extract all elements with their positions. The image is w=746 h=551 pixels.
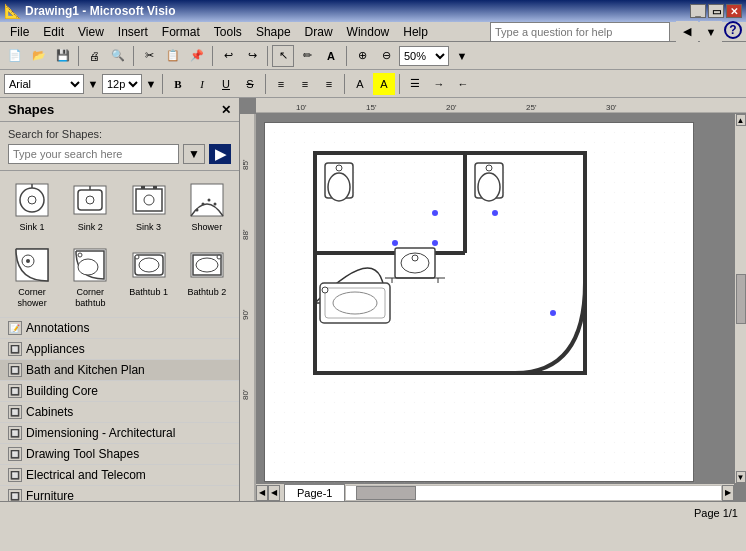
page-info: Page 1/1 bbox=[694, 507, 738, 519]
tb-pencil[interactable]: ✏ bbox=[296, 45, 318, 67]
shape-corner-shower[interactable]: Corner shower bbox=[4, 240, 60, 314]
zoom-select[interactable]: 50% 75% 100% bbox=[399, 46, 449, 66]
tb-save[interactable]: 💾 bbox=[52, 45, 74, 67]
dim-label: Dimensioning - Architectural bbox=[26, 426, 175, 440]
page-tab-1[interactable]: Page-1 bbox=[284, 484, 345, 501]
toolbar-format: Arial ▼ 12pt. 10pt. 14pt. ▼ B I U S ≡ ≡ … bbox=[0, 70, 746, 98]
tb-indent-more[interactable]: → bbox=[428, 73, 450, 95]
search-dropdown-btn[interactable]: ▼ bbox=[183, 144, 205, 164]
menu-window[interactable]: Window bbox=[341, 23, 396, 41]
building-label: Building Core bbox=[26, 384, 98, 398]
tb-bullets[interactable]: ☰ bbox=[404, 73, 426, 95]
tb-cut[interactable]: ✂ bbox=[138, 45, 160, 67]
tb-paste[interactable]: 📌 bbox=[186, 45, 208, 67]
svg-point-22 bbox=[78, 259, 98, 275]
svg-point-70 bbox=[432, 240, 438, 246]
menu-view[interactable]: View bbox=[72, 23, 110, 41]
tb-bold[interactable]: B bbox=[167, 73, 189, 95]
shape-corner-bathtub[interactable]: Corner bathtub bbox=[62, 240, 118, 314]
menu-file[interactable]: File bbox=[4, 23, 35, 41]
svg-text:15': 15' bbox=[366, 103, 377, 112]
scroll-horizontal[interactable]: ◀ ◀ Page-1 ▶ bbox=[256, 483, 734, 501]
shape-search-input[interactable] bbox=[8, 144, 179, 164]
ruler-v-svg: 85' 88' 90' 80' bbox=[240, 114, 256, 501]
sidebar-item-building-core[interactable]: 🔲 Building Core bbox=[0, 381, 239, 402]
canvas-area[interactable]: 10' 15' 20' 25' 30' 85' 88' 90' 80' bbox=[240, 98, 746, 501]
help-back-button[interactable]: ◀ bbox=[676, 21, 698, 43]
tb-copy[interactable]: 📋 bbox=[162, 45, 184, 67]
tb-strikethrough[interactable]: S bbox=[239, 73, 261, 95]
shapes-panel-header: Shapes ✕ bbox=[0, 98, 239, 122]
sidebar-item-electrical[interactable]: 🔲 Electrical and Telecom bbox=[0, 465, 239, 486]
scroll-thumb-h[interactable] bbox=[356, 486, 416, 500]
shape-sink2[interactable]: Sink 2 bbox=[62, 175, 118, 238]
title-bar: 📐 Drawing1 - Microsoft Visio _ ▭ ✕ bbox=[0, 0, 746, 22]
sidebar-item-bath-kitchen[interactable]: 🔲 Bath and Kitchen Plan bbox=[0, 360, 239, 381]
tb-italic[interactable]: I bbox=[191, 73, 213, 95]
font-dropdown[interactable]: ▼ bbox=[86, 73, 100, 95]
menu-shape[interactable]: Shape bbox=[250, 23, 297, 41]
tb-zoom-out[interactable]: ⊖ bbox=[375, 45, 397, 67]
tb-undo[interactable]: ↩ bbox=[217, 45, 239, 67]
minimize-button[interactable]: _ bbox=[690, 4, 706, 18]
sidebar-item-appliances[interactable]: 🔲 Appliances bbox=[0, 339, 239, 360]
tb-print[interactable]: 🖨 bbox=[83, 45, 105, 67]
title-bar-buttons: _ ▭ ✕ bbox=[690, 4, 742, 18]
scroll-down-btn[interactable]: ▼ bbox=[736, 471, 746, 483]
size-select[interactable]: 12pt. 10pt. 14pt. bbox=[102, 74, 142, 94]
help-search-box[interactable] bbox=[490, 22, 670, 42]
shape-bathtub2[interactable]: Bathtub 2 bbox=[179, 240, 235, 314]
scroll-thumb-v[interactable] bbox=[736, 274, 746, 324]
canvas-wrapper[interactable] bbox=[256, 114, 734, 483]
sidebar-item-annotations[interactable]: 📝 Annotations bbox=[0, 318, 239, 339]
tb-underline[interactable]: U bbox=[215, 73, 237, 95]
tb-align-center[interactable]: ≡ bbox=[294, 73, 316, 95]
tb-indent-less[interactable]: ← bbox=[452, 73, 474, 95]
sidebar-item-drawing-tools[interactable]: 🔲 Drawing Tool Shapes bbox=[0, 444, 239, 465]
scroll-up-btn[interactable]: ▲ bbox=[736, 114, 746, 126]
tb-zoom-dd[interactable]: ▼ bbox=[451, 45, 473, 67]
shapes-close-button[interactable]: ✕ bbox=[221, 103, 231, 117]
tb-pointer[interactable]: ↖ bbox=[272, 45, 294, 67]
scroll-vertical[interactable]: ▲ ▼ bbox=[734, 114, 746, 483]
help-input[interactable] bbox=[495, 26, 665, 38]
scroll-left-btn[interactable]: ◀ bbox=[256, 485, 268, 501]
sidebar-item-dimensioning[interactable]: 🔲 Dimensioning - Architectural bbox=[0, 423, 239, 444]
tb-align-left[interactable]: ≡ bbox=[270, 73, 292, 95]
tb-open[interactable]: 📂 bbox=[28, 45, 50, 67]
scroll-track-h[interactable] bbox=[345, 485, 722, 501]
menu-edit[interactable]: Edit bbox=[37, 23, 70, 41]
help-options-button[interactable]: ▼ bbox=[700, 21, 722, 43]
shape-sink1[interactable]: Sink 1 bbox=[4, 175, 60, 238]
close-button[interactable]: ✕ bbox=[726, 4, 742, 18]
tb-zoom-in[interactable]: ⊕ bbox=[351, 45, 373, 67]
svg-point-55 bbox=[328, 173, 350, 201]
help-circle-button[interactable]: ? bbox=[724, 21, 742, 39]
shape-bathtub1[interactable]: Bathtub 1 bbox=[121, 240, 177, 314]
tb-font-color[interactable]: A bbox=[349, 73, 371, 95]
tb-align-right[interactable]: ≡ bbox=[318, 73, 340, 95]
menu-tools[interactable]: Tools bbox=[208, 23, 248, 41]
font-select[interactable]: Arial bbox=[4, 74, 84, 94]
tb-highlight[interactable]: A bbox=[373, 73, 395, 95]
tb-text[interactable]: A bbox=[320, 45, 342, 67]
size-dropdown[interactable]: ▼ bbox=[144, 73, 158, 95]
annotations-label: Annotations bbox=[26, 321, 89, 335]
search-go-btn[interactable]: ▶ bbox=[209, 144, 231, 164]
tb-redo[interactable]: ↪ bbox=[241, 45, 263, 67]
restore-button[interactable]: ▭ bbox=[708, 4, 724, 18]
menu-format[interactable]: Format bbox=[156, 23, 206, 41]
menu-insert[interactable]: Insert bbox=[112, 23, 154, 41]
tb-new[interactable]: 📄 bbox=[4, 45, 26, 67]
sep1 bbox=[78, 46, 79, 66]
drawing-canvas[interactable] bbox=[264, 122, 694, 482]
menu-draw[interactable]: Draw bbox=[299, 23, 339, 41]
scroll-prev-page[interactable]: ◀ bbox=[268, 485, 280, 501]
tb-preview[interactable]: 🔍 bbox=[107, 45, 129, 67]
sidebar-item-furniture[interactable]: 🔲 Furniture bbox=[0, 486, 239, 501]
shape-shower[interactable]: Shower bbox=[179, 175, 235, 238]
menu-help[interactable]: Help bbox=[397, 23, 434, 41]
shape-sink3[interactable]: Sink 3 bbox=[121, 175, 177, 238]
scroll-right-btn[interactable]: ▶ bbox=[722, 485, 734, 501]
sidebar-item-cabinets[interactable]: 🔲 Cabinets bbox=[0, 402, 239, 423]
